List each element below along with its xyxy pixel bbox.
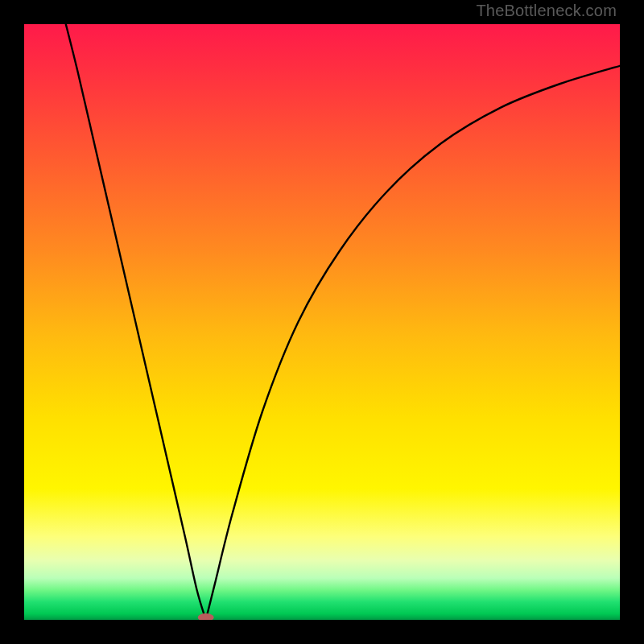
bottleneck-curve bbox=[24, 24, 620, 620]
watermark-text: TheBottleneck.com bbox=[476, 2, 617, 20]
chart-frame: TheBottleneck.com bbox=[0, 0, 644, 644]
curve-path bbox=[66, 24, 620, 620]
plot-area bbox=[24, 24, 620, 620]
vertex-marker bbox=[198, 613, 214, 620]
